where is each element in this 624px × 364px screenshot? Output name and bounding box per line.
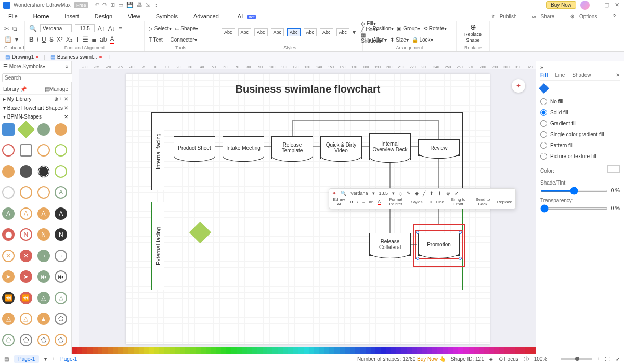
menu-options[interactable]: ⚙ Options <box>567 12 603 21</box>
font-color-icon[interactable]: A <box>110 35 114 44</box>
drawing-page[interactable]: Business swimlane flowchart Internal-fac… <box>126 74 490 344</box>
shape-item[interactable]: A <box>20 207 32 220</box>
tab-shadow[interactable]: Shadow <box>572 72 591 78</box>
shape-item[interactable] <box>37 165 50 178</box>
opt-gradient[interactable]: Gradient fill <box>540 118 620 129</box>
tb-align-icon[interactable]: ≡ <box>362 200 365 204</box>
tb-font-size[interactable]: 13.5 <box>379 191 388 196</box>
tb-format-label[interactable]: Format Painter <box>385 197 407 206</box>
lock-dd[interactable]: 🔒 Lock▾ <box>412 37 433 43</box>
shape-item[interactable]: △ <box>20 313 32 325</box>
tb-back-label[interactable]: Send to Back <box>473 197 493 206</box>
superscript-icon[interactable]: X² <box>57 36 63 43</box>
shape-item[interactable] <box>20 144 32 157</box>
shape-item[interactable] <box>2 186 15 199</box>
sel-handle[interactable] <box>416 231 419 234</box>
size-dd[interactable]: ⬍ Size▾ <box>390 37 408 43</box>
shape-item[interactable]: ⬠ <box>20 334 32 346</box>
tb-bold-icon[interactable]: B <box>350 200 353 204</box>
rotate-dd[interactable]: ⟲ Rotate▾ <box>423 25 447 31</box>
shape-item[interactable]: ⬠ <box>55 313 67 325</box>
tb-replace-label[interactable]: Replace <box>497 200 512 204</box>
zoom-in-icon[interactable]: + <box>597 356 600 362</box>
layers-icon[interactable]: ◈ <box>489 356 493 362</box>
shape-item[interactable]: ⬠ <box>37 334 50 346</box>
shape-item[interactable]: ✕ <box>2 250 15 262</box>
copy-icon[interactable]: ⧉ <box>12 25 17 32</box>
shade-slider[interactable] <box>540 190 608 192</box>
page-tab[interactable]: Page-1 <box>14 355 39 363</box>
text-button[interactable]: T Text <box>149 37 163 43</box>
more-symbols-button[interactable]: ☰ More Symbols▾ <box>3 63 45 69</box>
tb-pen-icon[interactable]: ✎ <box>407 191 411 196</box>
new-icon[interactable]: ⊞ <box>110 2 115 8</box>
shape-item[interactable] <box>2 123 15 136</box>
box-release-collateral[interactable]: Release Collateral <box>369 233 411 256</box>
shape-item[interactable]: ⏮ <box>55 270 67 283</box>
menu-view[interactable]: View <box>125 11 144 21</box>
paint-bucket-icon[interactable] <box>539 83 549 94</box>
shape-item[interactable] <box>2 165 15 178</box>
shape-item[interactable]: ✕ <box>20 250 32 262</box>
tb-font-name[interactable]: Verdana <box>350 191 368 196</box>
page-nav-icon[interactable]: ▤ <box>4 356 9 362</box>
menu-home[interactable]: Home <box>30 11 53 21</box>
open-icon[interactable]: ▭ <box>118 2 123 8</box>
connector-button[interactable]: ⌐ Connector▾ <box>166 37 197 43</box>
user-avatar[interactable] <box>580 1 590 10</box>
bullets-icon[interactable]: ☰ <box>83 36 88 43</box>
box-quick-dirty[interactable]: Quick & Dirty Video <box>320 136 362 159</box>
tb-front-label[interactable]: Bring to Front <box>448 197 469 206</box>
shrink-font-icon[interactable]: A↓ <box>108 25 115 32</box>
shape-item[interactable]: ➤ <box>2 270 15 283</box>
tb-back-icon[interactable]: ⬇ <box>438 191 442 196</box>
textcase-icon[interactable]: T <box>76 36 80 43</box>
tb-line-label[interactable]: Line <box>436 200 444 204</box>
canvas[interactable]: Business swimlane flowchart Internal-fac… <box>79 69 536 354</box>
color-swatch[interactable] <box>607 165 620 173</box>
tb-ai-label[interactable]: Edraw AI <box>332 197 346 206</box>
styles-more-icon[interactable]: ▾ <box>353 29 356 36</box>
box-internal-overview[interactable]: Internal Overview Deck <box>369 133 411 160</box>
tb-fill-label[interactable]: Fill <box>427 200 432 204</box>
bold-icon[interactable]: B <box>29 36 34 43</box>
transparency-slider[interactable] <box>540 207 608 210</box>
redo-icon[interactable]: ↷ <box>102 2 107 8</box>
shape-item[interactable]: → <box>37 250 50 262</box>
cut-icon[interactable]: ✂ <box>4 25 9 32</box>
print-icon[interactable]: 🖶 <box>137 2 142 8</box>
tb-format-icon[interactable]: ◇ <box>399 191 402 196</box>
tb-replace-icon[interactable]: ⊕ <box>446 191 450 196</box>
shape-item[interactable]: ⏮ <box>37 270 50 283</box>
numbering-icon[interactable]: ≣ <box>92 36 97 43</box>
tb-fill-icon[interactable]: ◆ <box>415 191 419 196</box>
shape-item[interactable]: ⏪ <box>20 292 32 304</box>
select-button[interactable]: ▷ Select▾ <box>149 25 172 31</box>
cat-basic-flowchart[interactable]: ▾ Basic Flowchart Shapes✕ <box>0 103 71 112</box>
position-dd[interactable]: ⊹ Position▾ <box>367 25 394 31</box>
box-release-template[interactable]: Release Template <box>271 136 313 159</box>
menu-file[interactable]: File <box>5 11 21 21</box>
fit-icon[interactable]: ⛶ <box>605 356 610 362</box>
page-dd-icon[interactable]: ▾ <box>44 356 47 362</box>
menu-ai[interactable]: AIhot <box>231 11 259 21</box>
shape-item[interactable]: ▲ <box>37 313 50 325</box>
edraw-ai-icon[interactable]: ✦ <box>332 191 336 196</box>
shape-item[interactable]: N <box>55 228 67 241</box>
shape-item[interactable]: △ <box>2 313 15 325</box>
tb-ab-icon[interactable]: ab <box>369 200 374 204</box>
shape-item[interactable]: A <box>55 207 67 220</box>
strike-icon[interactable]: S̶ <box>49 36 54 43</box>
minimize-icon[interactable]: — <box>594 2 600 8</box>
underline-icon[interactable]: U <box>42 36 46 43</box>
font-name-select[interactable]: Verdana <box>40 24 72 32</box>
buy-now-link[interactable]: Buy Now <box>417 356 438 362</box>
shape-item[interactable]: A <box>55 186 67 199</box>
style-4[interactable]: Abc <box>271 28 284 36</box>
align-icon[interactable]: ≡ <box>119 25 122 32</box>
italic-icon[interactable]: I <box>37 36 38 43</box>
tb-front-icon[interactable]: ⬆ <box>430 191 434 196</box>
shape-item[interactable] <box>20 165 32 178</box>
my-library-item[interactable]: ▸ My Library⊕ + ✕ <box>0 95 71 103</box>
align-dd[interactable]: ⊫ Align▾ <box>367 37 387 43</box>
